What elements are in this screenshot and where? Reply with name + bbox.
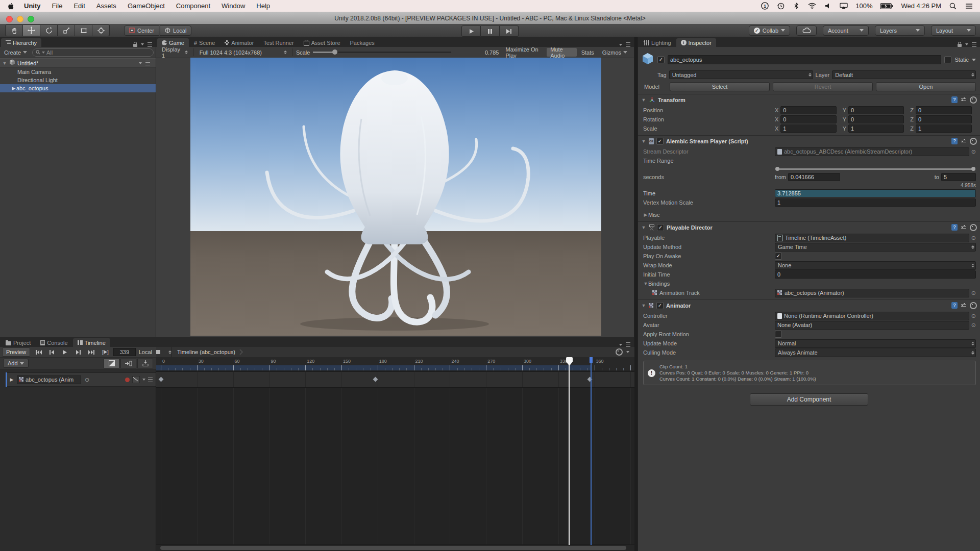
- rotation-x-field[interactable]: 0: [780, 115, 836, 123]
- panel-dropdown-icon[interactable]: [141, 43, 144, 45]
- foldout-closed-icon[interactable]: ▶: [643, 212, 648, 217]
- keyframe-diamond[interactable]: [373, 377, 378, 382]
- curves-toggle-icon[interactable]: [132, 376, 140, 383]
- object-picker-icon[interactable]: ⊙: [971, 235, 976, 241]
- wrap-mode-dropdown[interactable]: None: [775, 261, 976, 270]
- record-button[interactable]: [125, 378, 130, 382]
- position-y-field[interactable]: 0: [848, 106, 904, 114]
- spotlight-icon[interactable]: [949, 2, 957, 10]
- hierarchy-item-main-camera[interactable]: Main Camera: [0, 68, 156, 76]
- track-header-abc-octopus[interactable]: ▶ abc_octopus (Anim ⊙: [7, 372, 156, 387]
- volume-icon[interactable]: [824, 2, 832, 10]
- track-menu-icon[interactable]: [148, 378, 153, 382]
- pivot-toggle-button[interactable]: Center: [124, 26, 159, 36]
- gear-icon[interactable]: [970, 96, 977, 104]
- hierarchy-item-directional-light[interactable]: Directional Light: [0, 76, 156, 84]
- rotation-y-field[interactable]: 0: [848, 115, 904, 123]
- scene-header-row[interactable]: ▼ Untitled*: [0, 58, 156, 68]
- hierarchy-search-input[interactable]: All: [32, 48, 154, 57]
- object-picker-icon[interactable]: ⊙: [971, 313, 976, 319]
- panel-menu-icon[interactable]: [972, 42, 976, 47]
- timeline-breadcrumb[interactable]: Timeline (abc_octopus): [177, 349, 235, 355]
- object-picker-icon[interactable]: ⊙: [85, 377, 89, 383]
- timeline-ruler[interactable]: 0306090120150180210240270300330360: [156, 357, 634, 371]
- foldout-closed-icon[interactable]: ▶: [11, 86, 16, 91]
- gear-icon[interactable]: [970, 302, 977, 309]
- alembic-enabled-checkbox[interactable]: ✓: [656, 138, 664, 145]
- collab-button[interactable]: ✓ Collab: [749, 26, 790, 36]
- apply-root-motion-checkbox[interactable]: [775, 331, 782, 338]
- help-icon[interactable]: ?: [951, 96, 958, 103]
- layer-dropdown[interactable]: Default: [832, 70, 976, 79]
- object-picker-icon[interactable]: ⊙: [971, 322, 976, 329]
- menu-help[interactable]: Help: [251, 2, 276, 10]
- create-button[interactable]: Create: [2, 49, 29, 56]
- object-picker-icon[interactable]: ⊙: [971, 290, 976, 296]
- playable-field[interactable]: Timeline (TimelineAsset): [775, 234, 969, 242]
- help-icon[interactable]: ?: [951, 138, 958, 144]
- bindings-foldout-label[interactable]: Bindings: [648, 281, 670, 287]
- bluetooth-icon[interactable]: [792, 2, 800, 10]
- animation-track-binding-field[interactable]: abc_octopus (Animator): [775, 289, 969, 297]
- play-on-awake-checkbox[interactable]: ✓: [775, 253, 782, 260]
- rotate-tool-button[interactable]: [40, 24, 58, 36]
- scrollbar-thumb[interactable]: [160, 546, 626, 550]
- next-frame-button[interactable]: [72, 348, 84, 357]
- scale-tool-button[interactable]: [58, 24, 75, 36]
- tab-hierarchy[interactable]: Hierarchy: [1, 38, 41, 47]
- tab-timeline[interactable]: Timeline: [73, 338, 110, 347]
- timeline-horizontal-scrollbar[interactable]: [156, 544, 634, 551]
- update-method-dropdown[interactable]: Game Time: [775, 243, 976, 252]
- initial-time-field[interactable]: 0: [775, 270, 976, 279]
- scale-x-field[interactable]: 1: [780, 124, 836, 133]
- panel-menu-icon[interactable]: [626, 42, 630, 47]
- tab-animator[interactable]: Animator: [220, 38, 258, 47]
- tab-game[interactable]: Game: [157, 38, 189, 47]
- replace-mode-button[interactable]: [137, 359, 153, 368]
- menu-unity[interactable]: Unity: [18, 2, 46, 10]
- wifi-icon[interactable]: [808, 2, 816, 10]
- gameobject-name-field[interactable]: abc_octopus: [668, 55, 941, 64]
- transform-tool-button[interactable]: [92, 24, 110, 36]
- chevron-down-icon[interactable]: [626, 351, 629, 353]
- gear-icon[interactable]: [970, 138, 977, 145]
- timeline-clip-area[interactable]: [156, 370, 634, 545]
- help-icon[interactable]: ?: [951, 302, 958, 309]
- mute-audio-toggle[interactable]: Mute Audio: [547, 48, 577, 57]
- menu-assets[interactable]: Assets: [91, 2, 122, 10]
- foldout-open-icon[interactable]: ▼: [641, 225, 646, 230]
- from-field[interactable]: 0.041666: [788, 173, 840, 181]
- culling-mode-dropdown[interactable]: Always Animate: [775, 348, 976, 357]
- tab-asset-store[interactable]: Asset Store: [299, 38, 345, 47]
- menu-component[interactable]: Component: [170, 2, 216, 10]
- aspect-dropdown[interactable]: Full 1024 4:3 (1024x768): [197, 48, 289, 57]
- tag-dropdown[interactable]: Untagged: [669, 70, 813, 79]
- menu-gameobject[interactable]: GameObject: [122, 2, 170, 10]
- panel-menu-icon[interactable]: [148, 42, 152, 47]
- misc-foldout-label[interactable]: Misc: [648, 212, 660, 218]
- active-checkbox[interactable]: ✓: [657, 56, 665, 63]
- tab-scene[interactable]: #Scene: [189, 38, 219, 47]
- hand-tool-button[interactable]: [5, 24, 23, 36]
- scale-y-field[interactable]: 1: [848, 124, 904, 133]
- avatar-field[interactable]: None (Avatar): [775, 321, 969, 330]
- close-window-button[interactable]: [6, 16, 13, 22]
- foldout-open-icon[interactable]: ▼: [641, 303, 646, 308]
- minimize-window-button[interactable]: [17, 16, 23, 22]
- alembic-component-header[interactable]: ▼ c# ✓ Alembic Stream Player (Script) ?: [638, 135, 980, 146]
- keyframe-diamond[interactable]: [159, 377, 164, 382]
- foldout-open-icon[interactable]: ▼: [641, 97, 646, 103]
- controller-field[interactable]: None (Runtime Animator Controller): [775, 312, 969, 320]
- search-filter-icon[interactable]: [42, 52, 45, 54]
- track-name-field[interactable]: abc_octopus (Anim: [17, 375, 81, 384]
- model-open-button[interactable]: Open: [876, 82, 976, 91]
- static-checkbox[interactable]: [944, 56, 951, 63]
- to-field[interactable]: 5: [941, 173, 976, 181]
- play-range-toggle[interactable]: []: [99, 348, 113, 357]
- lock-icon[interactable]: [958, 44, 962, 47]
- tab-test-runner[interactable]: Test Runner: [259, 38, 298, 47]
- mix-mode-button[interactable]: [104, 359, 119, 368]
- time-range-slider[interactable]: [776, 168, 974, 170]
- foldout-open-icon[interactable]: ▼: [2, 61, 7, 66]
- timeline-end-marker[interactable]: [590, 357, 593, 363]
